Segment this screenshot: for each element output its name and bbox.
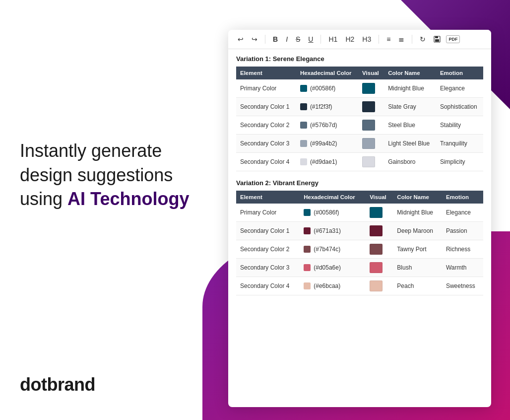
- h1-button[interactable]: H1: [326, 34, 340, 45]
- list-ul-button[interactable]: ≡: [384, 34, 393, 45]
- redo-button[interactable]: ↪: [249, 34, 260, 45]
- save-button[interactable]: [431, 34, 443, 44]
- headline-line3: using: [20, 189, 67, 209]
- visual-cell: [366, 240, 393, 259]
- visual-cell: [358, 79, 384, 98]
- toolbar-separator-4: [412, 35, 412, 44]
- col-element: Element: [236, 191, 300, 204]
- element-cell: Secondary Color 1: [236, 222, 300, 240]
- element-cell: Primary Color: [236, 204, 300, 222]
- refresh-button[interactable]: ↻: [417, 34, 428, 45]
- table-row: Secondary Color 4 (#d9dae1) Gainsboro Si…: [236, 153, 483, 171]
- element-cell: Secondary Color 3: [236, 259, 300, 277]
- col-visual: Visual: [366, 191, 393, 204]
- table-row: Secondary Color 1 (#1f2f3f) Slate Gray S…: [236, 98, 483, 116]
- visual-cell: [366, 204, 393, 222]
- element-cell: Secondary Color 2: [236, 240, 300, 259]
- col-emotion: Emotion: [442, 191, 483, 204]
- emotion-cell: Elegance: [442, 204, 483, 222]
- element-cell: Secondary Color 2: [236, 116, 296, 135]
- table-row: Secondary Color 2 (#7b474c) Tawny Port R…: [236, 240, 483, 259]
- h3-button[interactable]: H3: [360, 34, 374, 45]
- col-visual: Visual: [358, 67, 384, 79]
- table-row: Primary Color (#00586f) Midnight Blue El…: [236, 79, 483, 98]
- svg-rect-1: [435, 36, 438, 38]
- color-name-cell: Tawny Port: [393, 240, 442, 259]
- variation2-table: Element Hexadecimal Color Visual Color N…: [236, 191, 483, 295]
- toolbar: ↩ ↪ B I S U H1 H2 H3 ≡ ≣ ↻ PDF: [228, 30, 491, 49]
- h2-button[interactable]: H2: [343, 34, 357, 45]
- emotion-cell: Warmth: [442, 259, 483, 277]
- toolbar-separator-3: [379, 35, 379, 44]
- color-name-cell: Peach: [393, 277, 442, 295]
- list-ol-button[interactable]: ≣: [396, 34, 407, 45]
- emotion-cell: Sophistication: [436, 98, 483, 116]
- emotion-cell: Elegance: [436, 79, 483, 98]
- visual-cell: [366, 259, 393, 277]
- hex-cell: (#1f2f3f): [296, 98, 358, 116]
- element-cell: Secondary Color 4: [236, 277, 300, 295]
- variation2-title: Variation 2: Vibrant Energy: [236, 179, 483, 187]
- table-row: Secondary Color 1 (#671a31) Deep Maroon …: [236, 222, 483, 240]
- headline-block: Instantly generate design suggestions us…: [20, 30, 198, 211]
- element-cell: Secondary Color 1: [236, 98, 296, 116]
- col-hex: Hexadecimal Color: [300, 191, 366, 204]
- hex-cell: (#d9dae1): [296, 153, 358, 171]
- hex-cell: (#e6bcaa): [300, 277, 366, 295]
- hex-cell: (#00586f): [296, 79, 358, 98]
- emotion-cell: Stability: [436, 116, 483, 135]
- emotion-cell: Passion: [442, 222, 483, 240]
- emotion-cell: Richness: [442, 240, 483, 259]
- headline-line2: design suggestions: [20, 165, 173, 185]
- element-cell: Primary Color: [236, 79, 296, 98]
- hex-cell: (#7b474c): [300, 240, 366, 259]
- element-cell: Secondary Color 4: [236, 153, 296, 171]
- color-name-cell: Blush: [393, 259, 442, 277]
- emotion-cell: Simplicity: [436, 153, 483, 171]
- visual-cell: [366, 277, 393, 295]
- undo-button[interactable]: ↩: [235, 34, 246, 45]
- headline-line1: Instantly generate: [20, 140, 162, 161]
- pdf-button[interactable]: PDF: [446, 35, 460, 43]
- variation1-title: Variation 1: Serene Elegance: [236, 55, 483, 63]
- brand-name: dotbrand: [20, 374, 95, 395]
- underline-button[interactable]: U: [306, 34, 316, 45]
- color-name-cell: Light Steel Blue: [384, 135, 436, 153]
- variation1-table: Element Hexadecimal Color Visual Color N…: [236, 67, 483, 171]
- visual-cell: [358, 98, 384, 116]
- hex-cell: (#576b7d): [296, 116, 358, 135]
- brand-block: dotbrand: [20, 374, 198, 395]
- visual-cell: [366, 222, 393, 240]
- hex-cell: (#00586f): [300, 204, 366, 222]
- document-panel: ↩ ↪ B I S U H1 H2 H3 ≡ ≣ ↻ PDF Variation…: [228, 30, 491, 407]
- table-header-row: Element Hexadecimal Color Visual Color N…: [236, 191, 483, 204]
- col-element: Element: [236, 67, 296, 79]
- table-row: Secondary Color 4 (#e6bcaa) Peach Sweetn…: [236, 277, 483, 295]
- svg-rect-2: [435, 39, 439, 42]
- headline-bold: AI Technology: [67, 189, 189, 209]
- italic-button[interactable]: I: [283, 34, 290, 45]
- color-name-cell: Deep Maroon: [393, 222, 442, 240]
- visual-cell: [358, 135, 384, 153]
- color-name-cell: Gainsboro: [384, 153, 436, 171]
- doc-content: Variation 1: Serene Elegance Element Hex…: [228, 49, 491, 405]
- hex-cell: (#671a31): [300, 222, 366, 240]
- hex-cell: (#d05a6e): [300, 259, 366, 277]
- visual-cell: [358, 153, 384, 171]
- col-hex: Hexadecimal Color: [296, 67, 358, 79]
- col-color-name: Color Name: [384, 67, 436, 79]
- color-name-cell: Midnight Blue: [384, 79, 436, 98]
- col-emotion: Emotion: [436, 67, 483, 79]
- hex-cell: (#99a4b2): [296, 135, 358, 153]
- col-color-name: Color Name: [393, 191, 442, 204]
- color-name-cell: Steel Blue: [384, 116, 436, 135]
- strikethrough-button[interactable]: S: [293, 34, 303, 45]
- toolbar-separator-1: [265, 35, 265, 44]
- table-row: Secondary Color 3 (#d05a6e) Blush Warmth: [236, 259, 483, 277]
- color-name-cell: Slate Gray: [384, 98, 436, 116]
- table-row: Secondary Color 2 (#576b7d) Steel Blue S…: [236, 116, 483, 135]
- emotion-cell: Sweetness: [442, 277, 483, 295]
- bold-button[interactable]: B: [270, 34, 280, 45]
- visual-cell: [358, 116, 384, 135]
- toolbar-separator-2: [320, 35, 321, 44]
